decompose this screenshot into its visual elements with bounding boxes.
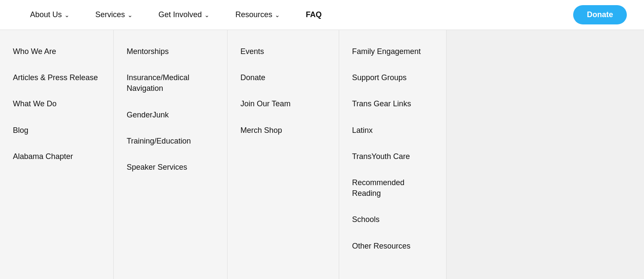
navbar: About Us ⌄ Services ⌄ Get Involved ⌄ Res… <box>0 0 644 30</box>
list-item[interactable]: Recommended Reading <box>352 170 433 207</box>
list-item[interactable]: Family Engagement <box>352 39 433 65</box>
list-item[interactable]: Insurance/Medical Navigation <box>127 65 214 102</box>
list-item[interactable]: Alabama Chapter <box>13 144 100 170</box>
nav-about-us[interactable]: About Us ⌄ <box>17 0 82 30</box>
nav-faq[interactable]: FAQ <box>293 0 334 30</box>
list-item[interactable]: Trans Gear Links <box>352 91 433 117</box>
dropdown-services: Mentorships Insurance/Medical Navigation… <box>114 30 228 279</box>
list-item[interactable]: TransYouth Care <box>352 144 433 170</box>
list-item[interactable]: Join Our Team <box>240 91 326 117</box>
nav-get-involved-label: Get Involved <box>158 10 202 19</box>
nav-services[interactable]: Services ⌄ <box>82 0 146 30</box>
list-item[interactable]: Speaker Services <box>127 154 214 180</box>
list-item[interactable]: Articles & Press Release <box>13 65 100 91</box>
dropdown-about-us: Who We Are Articles & Press Release What… <box>0 30 114 279</box>
dropdown-area: Who We Are Articles & Press Release What… <box>0 30 644 279</box>
list-item[interactable]: Who We Are <box>13 39 100 65</box>
nav-resources-label: Resources <box>235 10 272 19</box>
nav-about-us-label: About Us <box>30 10 62 19</box>
list-item[interactable]: GenderJunk <box>127 102 214 128</box>
list-item[interactable]: Blog <box>13 117 100 144</box>
chevron-down-icon: ⌄ <box>204 12 210 18</box>
list-item[interactable]: Schools <box>352 207 433 233</box>
list-item[interactable]: Donate <box>240 65 326 91</box>
list-item[interactable]: Other Resources <box>352 233 433 259</box>
dropdown-resources: Family Engagement Support Groups Trans G… <box>339 30 447 279</box>
nav-services-label: Services <box>95 10 125 19</box>
donate-button[interactable]: Donate <box>573 5 627 24</box>
list-item[interactable]: Support Groups <box>352 65 433 91</box>
dropdown-empty-area <box>447 30 644 279</box>
chevron-down-icon: ⌄ <box>275 12 280 18</box>
nav-get-involved[interactable]: Get Involved ⌄ <box>146 0 222 30</box>
list-item[interactable]: Merch Shop <box>240 117 326 144</box>
chevron-down-icon: ⌄ <box>64 12 70 18</box>
list-item[interactable]: Latinx <box>352 117 433 144</box>
list-item[interactable]: What We Do <box>13 91 100 117</box>
list-item[interactable]: Training/Education <box>127 128 214 154</box>
nav-resources[interactable]: Resources ⌄ <box>222 0 293 30</box>
dropdown-get-involved: Events Donate Join Our Team Merch Shop <box>228 30 339 279</box>
chevron-down-icon: ⌄ <box>128 12 133 18</box>
nav-faq-label: FAQ <box>306 10 322 19</box>
list-item[interactable]: Mentorships <box>127 39 214 65</box>
list-item[interactable]: Events <box>240 39 326 65</box>
